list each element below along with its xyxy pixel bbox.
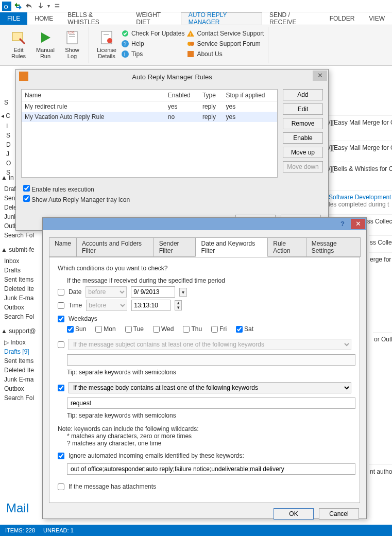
contact-support-button[interactable]: !Contact Service Support [186,29,264,38]
help-icon[interactable]: ? [336,219,349,229]
attachments-checkbox[interactable] [58,483,64,490]
nav-item[interactable]: Sent Items [4,275,44,284]
tab-accounts-folders[interactable]: Accounts and Folders Filter [76,237,154,257]
list-item[interactable]: /][Easy Mail Merge for O [328,115,392,129]
col-name[interactable]: Name [22,90,165,101]
tips-button[interactable]: iTips [121,50,184,58]
nav-item[interactable]: Drafts [4,266,44,275]
tab-home[interactable]: HOME [27,12,60,25]
tab-bells-whistles[interactable]: BELLS & WHISTLES [60,12,129,25]
day-mon[interactable]: Mon [95,325,115,333]
nav-item[interactable]: Sent Items [4,356,44,366]
day-fri[interactable]: Fri [211,325,227,333]
day-thu[interactable]: Thu [183,325,202,333]
nav-item[interactable]: ▷ Inbox [4,338,44,347]
day-tue[interactable]: Tue [125,325,144,333]
col-stop[interactable]: Stop if applied [223,90,277,101]
col-enabled[interactable]: Enabled [165,90,199,101]
tab-sender-filter[interactable]: Sender Filter [154,237,196,257]
ignore-keywords-input[interactable] [67,463,355,475]
nav-item[interactable]: Outbox [4,384,44,393]
tab-view[interactable]: VIEW [362,12,392,25]
day-wed[interactable]: Wed [153,325,174,333]
section-header-submit[interactable]: ▲ submit-fe [1,246,44,253]
table-row[interactable]: My redirect ruleyesreplyyes [22,101,277,112]
tab-rule-action[interactable]: Rule Action [267,237,306,257]
nav-item[interactable]: Search Fol [4,231,44,240]
close-button[interactable]: ✕ [351,219,365,229]
enable-rules-checkbox[interactable]: Enable rules execution [23,185,321,193]
list-item[interactable]: Software Developmentles completed during… [328,190,392,211]
section-header-support[interactable]: ▲ support@ [1,327,44,335]
list-item[interactable]: /][Easy Mail Merge for O [328,141,392,154]
send-receive-icon[interactable] [13,2,23,11]
col-type[interactable]: Type [199,90,223,101]
enable-button[interactable]: Enable [283,132,323,144]
qat-customize-icon[interactable]: ▾ [47,3,50,9]
day-sat[interactable]: Sat [236,325,253,333]
subject-condition-select[interactable]: If the message subject contains at least… [69,339,351,350]
nav-item[interactable]: Junk E-ma [4,293,44,303]
tab-message-settings[interactable]: Message Settings [306,237,361,257]
add-button[interactable]: Add [283,89,323,100]
time-checkbox[interactable] [58,302,64,309]
nav-item[interactable]: Junk E-ma [4,375,44,384]
nav-item[interactable]: Search Fol [4,393,44,403]
help-button[interactable]: ?Help [121,40,184,48]
manual-run-label: Manual Run [36,47,55,59]
table-row[interactable]: My Vacation Auto Reply Rulenoreplyyes [22,112,277,122]
tab-name[interactable]: Name [49,237,77,257]
body-condition-select[interactable]: If the message body contains at least on… [69,382,351,393]
ok-button[interactable]: OK [274,508,314,520]
show-log-button[interactable]: LOG Show Log [60,27,84,59]
about-us-button[interactable]: About Us [186,50,264,58]
date-checkbox[interactable] [58,289,64,296]
list-item[interactable]: /][Bells & Whistles for O [328,162,392,176]
nav-item[interactable]: Inbox [4,256,44,266]
move-up-button[interactable]: Move up [283,147,323,158]
list-item[interactable]: erge for O [369,252,392,266]
tab-weight-diet[interactable]: WEIGHT DIET [129,12,181,25]
day-sun[interactable]: Sun [67,325,86,333]
nav-item[interactable]: Deleted Ite [4,366,44,375]
ignore-automated-checkbox[interactable] [58,453,64,459]
list-item[interactable]: ss Collect [369,235,392,249]
mail-category-label[interactable]: Mail [6,501,29,515]
subject-keywords-checkbox[interactable] [58,341,64,348]
edit-rules-button[interactable]: Edit Rules [6,27,31,59]
time-input[interactable] [131,300,171,311]
rules-table: Name Enabled Type Stop if applied My red… [21,89,278,178]
weekdays-checkbox[interactable] [58,316,64,322]
tab-file[interactable]: FILE [0,12,27,25]
subject-keywords-input[interactable] [67,354,355,366]
body-keywords-checkbox[interactable] [58,385,64,391]
tab-auto-reply-manager[interactable]: AUTO REPLY MANAGER [181,12,262,25]
close-button[interactable]: ✕ [313,71,327,81]
date-compare-select[interactable]: before [86,286,127,298]
manual-run-button[interactable]: Manual Run [33,27,58,59]
nav-item[interactable]: Drafts [9] [4,347,44,356]
edit-button[interactable]: Edit [283,103,323,115]
spinner-icon[interactable]: ▲▼ [175,300,182,310]
check-updates-button[interactable]: Check For Updates [121,29,184,38]
move-down-button[interactable]: Move down [283,161,323,172]
tab-date-keywords[interactable]: Date and Keywords Filter [195,237,268,257]
tray-icon-checkbox[interactable]: Show Auto Reply Manager tray icon [23,195,321,203]
time-compare-select[interactable]: before [86,300,127,311]
body-keywords-input[interactable] [67,397,355,409]
date-input[interactable] [131,286,175,298]
chevron-down-icon[interactable]: ▾ [179,288,187,297]
support-forum-button[interactable]: Service Support Forum [186,40,264,48]
list-item[interactable]: nt autho [369,464,392,478]
cancel-button[interactable]: Cancel [319,508,359,520]
nav-item[interactable]: Search Fol [4,312,44,321]
tab-send-receive[interactable]: SEND / RECEIVE [262,12,322,25]
remove-button[interactable]: Remove [283,118,323,129]
list-item[interactable]: or Outl [373,332,392,346]
undo-icon[interactable] [25,2,34,11]
touch-mode-icon[interactable] [36,2,45,11]
nav-item[interactable]: Outbox [4,303,44,312]
license-details-button[interactable]: License Details [94,27,119,59]
tab-folder[interactable]: FOLDER [322,12,362,25]
nav-item[interactable]: Deleted Ite [4,284,44,293]
